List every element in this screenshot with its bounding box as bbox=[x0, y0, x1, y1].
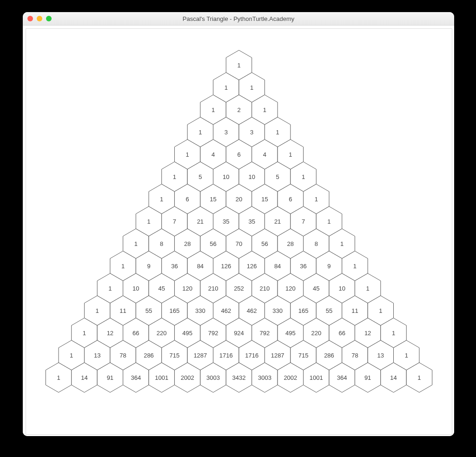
hex-value: 1 bbox=[57, 374, 60, 381]
hex-value: 10 bbox=[338, 285, 345, 292]
hex-value: 1 bbox=[366, 285, 370, 292]
hex-value: 84 bbox=[197, 263, 204, 270]
hex-value: 66 bbox=[338, 330, 345, 337]
hex-value: 3 bbox=[250, 129, 253, 136]
hex-value: 1 bbox=[276, 129, 279, 136]
hex-value: 3 bbox=[225, 129, 228, 136]
hex-value: 21 bbox=[197, 218, 204, 225]
window-title: Pascal's Triangle - PythonTurtle.Academy bbox=[23, 15, 454, 22]
hex-value: 792 bbox=[208, 330, 218, 337]
hex-value: 1 bbox=[237, 62, 240, 69]
hex-value: 7 bbox=[302, 218, 305, 225]
hex-value: 1716 bbox=[245, 352, 258, 359]
hex-value: 364 bbox=[131, 374, 141, 381]
hex-value: 10 bbox=[248, 173, 255, 180]
hex-value: 330 bbox=[195, 307, 205, 314]
hex-value: 70 bbox=[236, 240, 242, 247]
hex-value: 1287 bbox=[271, 352, 284, 359]
hex-value: 56 bbox=[261, 240, 268, 247]
hex-value: 8 bbox=[315, 240, 318, 247]
hex-value: 20 bbox=[236, 196, 242, 203]
hex-value: 3003 bbox=[258, 374, 271, 381]
hex-value: 126 bbox=[247, 263, 257, 270]
hex-value: 6 bbox=[237, 151, 240, 158]
hex-value: 11 bbox=[119, 307, 126, 314]
hex-value: 5 bbox=[276, 173, 279, 180]
hex-value: 1 bbox=[250, 84, 253, 91]
hex-value: 252 bbox=[234, 285, 244, 292]
hex-value: 1 bbox=[353, 263, 357, 270]
hex-value: 1 bbox=[70, 352, 73, 359]
hex-value: 286 bbox=[324, 352, 334, 359]
hex-value: 330 bbox=[272, 307, 283, 314]
hex-value: 78 bbox=[351, 352, 358, 359]
hex-value: 1 bbox=[83, 330, 86, 337]
hex-value: 210 bbox=[208, 285, 218, 292]
hex-value: 165 bbox=[170, 307, 180, 314]
hex-value: 11 bbox=[351, 307, 358, 314]
app-window: Pascal's Triangle - PythonTurtle.Academy… bbox=[23, 12, 454, 436]
hex-value: 495 bbox=[182, 330, 192, 337]
hex-value: 4 bbox=[263, 151, 266, 158]
hex-value: 45 bbox=[158, 285, 165, 292]
hex-value: 66 bbox=[132, 330, 139, 337]
hex-value: 84 bbox=[274, 263, 281, 270]
hex-value: 35 bbox=[248, 218, 255, 225]
hex-value: 126 bbox=[221, 263, 231, 270]
hex-value: 210 bbox=[260, 285, 270, 292]
hex-value: 28 bbox=[287, 240, 294, 247]
hex-value: 7 bbox=[173, 218, 176, 225]
close-icon[interactable] bbox=[27, 16, 33, 21]
window-controls bbox=[27, 16, 52, 21]
hex-value: 56 bbox=[210, 240, 216, 247]
hex-value: 220 bbox=[157, 330, 167, 337]
hex-value: 792 bbox=[260, 330, 270, 337]
hex-value: 13 bbox=[94, 352, 100, 359]
hex-value: 28 bbox=[184, 240, 191, 247]
hex-value: 120 bbox=[285, 285, 296, 292]
hex-value: 1 bbox=[405, 352, 408, 359]
hex-value: 14 bbox=[81, 374, 87, 381]
hex-value: 1 bbox=[392, 330, 395, 337]
hex-value: 1 bbox=[315, 196, 318, 203]
hex-value: 1716 bbox=[219, 352, 233, 359]
hex-value: 36 bbox=[300, 263, 306, 270]
hex-value: 715 bbox=[170, 352, 180, 359]
hex-value: 55 bbox=[326, 307, 332, 314]
hex-value: 3003 bbox=[206, 374, 220, 381]
hex-value: 1 bbox=[289, 151, 292, 158]
hex-value: 1 bbox=[212, 106, 215, 113]
hex-value: 1001 bbox=[155, 374, 168, 381]
hex-value: 1 bbox=[302, 173, 305, 180]
hex-value: 2002 bbox=[181, 374, 194, 381]
hex-value: 12 bbox=[107, 330, 113, 337]
hex-value: 2 bbox=[237, 106, 240, 113]
hex-value: 1 bbox=[417, 374, 421, 381]
hex-value: 120 bbox=[182, 285, 192, 292]
minimize-icon[interactable] bbox=[37, 16, 42, 21]
zoom-icon[interactable] bbox=[46, 16, 52, 21]
hex-value: 12 bbox=[364, 330, 371, 337]
hex-value: 495 bbox=[285, 330, 296, 337]
hex-value: 78 bbox=[119, 352, 126, 359]
hex-value: 715 bbox=[298, 352, 309, 359]
hex-value: 1 bbox=[225, 84, 228, 91]
hex-value: 364 bbox=[337, 374, 347, 381]
hex-value: 55 bbox=[145, 307, 152, 314]
hex-value: 924 bbox=[234, 330, 244, 337]
hex-value: 8 bbox=[160, 240, 163, 247]
hex-value: 1 bbox=[96, 307, 99, 314]
hex-value: 15 bbox=[261, 196, 268, 203]
hex-value: 1 bbox=[263, 106, 266, 113]
hex-value: 10 bbox=[132, 285, 139, 292]
hex-value: 462 bbox=[247, 307, 257, 314]
hex-value: 220 bbox=[311, 330, 321, 337]
hex-value: 35 bbox=[223, 218, 229, 225]
hex-value: 4 bbox=[212, 151, 215, 158]
hex-value: 1 bbox=[160, 196, 163, 203]
hex-value: 15 bbox=[210, 196, 216, 203]
pascal-triangle-diagram: 1111211331146411510105116152015611721353… bbox=[26, 29, 452, 434]
hex-value: 21 bbox=[274, 218, 281, 225]
hex-value: 1 bbox=[121, 263, 125, 270]
hex-value: 9 bbox=[327, 263, 331, 270]
